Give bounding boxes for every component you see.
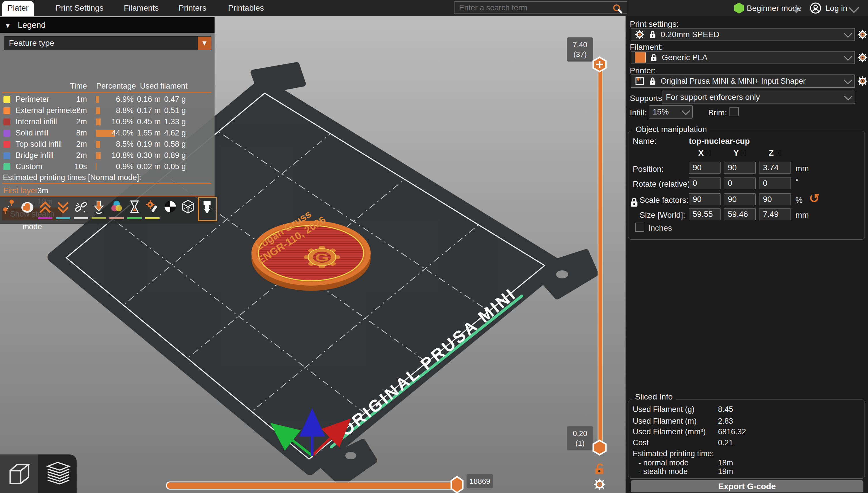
search-icon[interactable]: [612, 3, 623, 14]
chevron-down-icon: [844, 29, 852, 38]
tab-printables[interactable]: Printables: [223, 0, 269, 16]
unlock-icon[interactable]: [593, 463, 606, 475]
wipe-icon[interactable]: [20, 199, 35, 222]
legend-row: Custom10s 0.9%0.02 m0.05 g: [0, 161, 215, 172]
rotate-y-input[interactable]: [724, 177, 756, 189]
search-input[interactable]: [454, 1, 627, 14]
first-layer-label: First layer:: [3, 186, 40, 195]
deretractions-icon[interactable]: [55, 199, 71, 222]
supports-value: For support enforcers only: [666, 93, 841, 102]
feature-color-swatch: [3, 130, 11, 137]
move-slider-handle[interactable]: [450, 476, 464, 493]
color-changes-icon[interactable]: [109, 199, 124, 222]
custom-gcode-icon[interactable]: [145, 199, 160, 222]
filament-combo[interactable]: Generic PLA: [631, 51, 855, 64]
filament-gear-button[interactable]: [857, 52, 868, 63]
inches-checkbox[interactable]: [635, 222, 644, 232]
print-settings-combo[interactable]: 0.20mm SPEED: [631, 28, 855, 41]
printer-gear-button[interactable]: [857, 76, 868, 86]
preview-toolbar: [0, 196, 215, 224]
supports-dropdown[interactable]: For support enforcers only: [662, 91, 855, 104]
seams-icon[interactable]: [73, 199, 89, 222]
chevron-down-icon[interactable]: [849, 3, 860, 13]
preview-view-button[interactable]: [38, 454, 77, 493]
user-icon[interactable]: [810, 2, 821, 14]
legend-row: Perimeter1m 6.9%0.16 m0.47 g: [0, 94, 215, 105]
percentage-bar: [96, 152, 101, 159]
gear-icon: [635, 29, 645, 39]
axis-frame-icon: [705, 150, 711, 156]
axis-z-header: Z: [761, 148, 789, 158]
tab-print-settings[interactable]: Print Settings: [51, 0, 109, 16]
legend-title: Legend: [18, 20, 46, 29]
export-gcode-button[interactable]: Export G-code: [631, 480, 863, 492]
size-z-input[interactable]: [759, 208, 791, 220]
col-percentage: Percentage: [96, 82, 129, 91]
feature-color-swatch: [3, 164, 11, 170]
shells-icon[interactable]: [180, 199, 196, 222]
layer-slider-top-handle[interactable]: [592, 56, 607, 72]
uniform-scale-lock-icon[interactable]: [629, 197, 639, 208]
printing-times-title: Estimated printing times [Normal mode]:: [3, 173, 141, 182]
tab-printers[interactable]: Printers: [174, 0, 211, 16]
size-x-input[interactable]: [689, 208, 721, 220]
tab-filaments[interactable]: Filaments: [119, 0, 164, 16]
layers-icon: [44, 460, 72, 488]
scale-x-input[interactable]: [689, 193, 721, 206]
size-y-input[interactable]: [724, 208, 756, 220]
printer-combo[interactable]: Original Prusa MINI & MINI+ Input Shaper: [631, 74, 855, 88]
collapse-triangle-icon[interactable]: ▼: [5, 22, 11, 29]
gcode-move-slider[interactable]: [166, 481, 463, 490]
chevron-down-icon: [844, 76, 852, 84]
scale-y-input[interactable]: [724, 193, 756, 206]
legend-toggle-icon[interactable]: [199, 199, 215, 222]
dropdown-arrow-icon[interactable]: ▼: [198, 37, 211, 50]
slider-settings-gear-icon[interactable]: [593, 478, 606, 491]
brim-checkbox[interactable]: [729, 107, 739, 116]
editor-view-button[interactable]: [0, 454, 38, 493]
layer-slider-bottom-handle[interactable]: [592, 440, 607, 456]
infill-dropdown[interactable]: 15%: [649, 105, 693, 119]
travel-moves-icon[interactable]: [2, 199, 17, 222]
percentage-bar: [96, 107, 100, 114]
chevron-down-icon: [844, 92, 853, 100]
layer-range-slider[interactable]: [598, 64, 603, 449]
position-y-input[interactable]: [724, 162, 756, 174]
pause-prints-icon[interactable]: [127, 199, 142, 222]
col-time: Time: [55, 82, 87, 91]
rotate-z-input[interactable]: [759, 177, 791, 189]
feature-color-swatch: [3, 96, 11, 103]
brim-label: Brim:: [708, 108, 727, 117]
axis-frame-icon: [741, 150, 746, 156]
lock-icon: [649, 30, 657, 39]
printer-icon: [635, 76, 645, 86]
print-settings-gear-button[interactable]: [857, 29, 868, 40]
move-slider-tooltip: 18869: [467, 474, 493, 488]
center-of-mass-icon[interactable]: [162, 199, 178, 222]
object-manipulation-title: Object manipulation: [633, 125, 710, 134]
position-x-input[interactable]: [689, 162, 721, 174]
scale-z-input[interactable]: [759, 193, 791, 206]
bed-mount-hole: [345, 452, 356, 459]
feature-color-swatch: [3, 141, 11, 148]
legend-row: Top solid infill2m 8.5%0.19 m0.58 g: [0, 138, 215, 150]
login-button[interactable]: Log in: [825, 4, 847, 13]
right-sidebar: Print settings: 0.20mm SPEED Filament:: [626, 16, 868, 493]
tool-changes-icon[interactable]: [91, 199, 106, 222]
chevron-down-icon: [682, 106, 690, 115]
cube-icon: [5, 460, 33, 488]
feature-color-swatch: [3, 119, 11, 125]
rotate-x-input[interactable]: [689, 177, 721, 189]
percentage-bar: [96, 96, 99, 103]
legend-row: Internal infill2m 10.9%0.45 m1.33 g: [0, 116, 215, 127]
position-z-input[interactable]: [759, 162, 791, 174]
axis-y-header: Y: [725, 148, 754, 158]
view-type-dropdown[interactable]: Feature type ▼: [4, 36, 211, 50]
reset-scale-icon[interactable]: ↺: [809, 191, 820, 206]
position-label: Position:: [633, 165, 664, 174]
tab-plater[interactable]: Plater: [2, 1, 34, 16]
rotate-label: Rotate (relative):: [633, 179, 692, 189]
retractions-icon[interactable]: [37, 199, 53, 222]
legend-header[interactable]: ▼ Legend: [0, 17, 215, 33]
lock-icon: [650, 53, 658, 62]
